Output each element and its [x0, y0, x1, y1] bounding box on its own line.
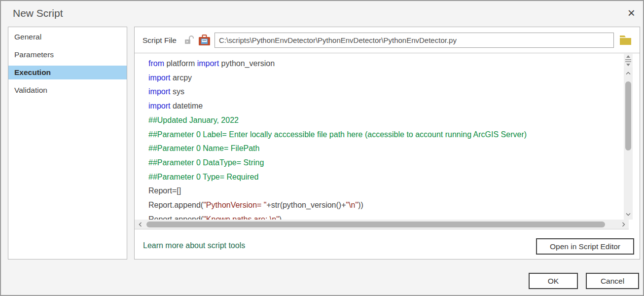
- code-line: ##Parameter 0 Label= Enter locally accce…: [148, 128, 624, 142]
- scroll-down-arrow[interactable]: [624, 209, 633, 220]
- code-line: import arcpy: [148, 71, 624, 85]
- script-file-row: Script File: [135, 27, 640, 53]
- code-line: Report.append("Known paths are: \n"): [148, 213, 624, 220]
- scroll-right-arrow[interactable]: [619, 220, 628, 229]
- sidebar-item-general[interactable]: General: [8, 30, 127, 44]
- code-line: ##Parameter 0 Name= FilePath: [148, 142, 624, 156]
- vertical-scroll-thumb[interactable]: [625, 81, 631, 150]
- code-editor[interactable]: from platform import python_versionimpor…: [135, 54, 624, 220]
- vertical-scrollbar: [624, 54, 633, 220]
- folder-browse-icon[interactable]: [619, 35, 632, 47]
- settings-nav: GeneralParametersExecutionValidation: [8, 27, 127, 259]
- open-in-script-editor-button[interactable]: Open in Script Editor: [536, 238, 634, 255]
- scroll-left-arrow[interactable]: [136, 220, 144, 229]
- code-line: import sys: [148, 85, 624, 99]
- splitter-handle[interactable]: [624, 54, 633, 68]
- cancel-button[interactable]: Cancel: [586, 273, 639, 289]
- learn-more-link[interactable]: Learn more about script tools: [143, 241, 245, 250]
- vertical-scroll-track[interactable]: [624, 78, 633, 209]
- code-line: ##Updated January, 2022: [148, 113, 624, 128]
- dialog-title: New Script: [13, 7, 63, 19]
- code-line: from platform import python_version: [148, 57, 624, 71]
- code-line: Report.append("PythonVersion= "+str(pyth…: [148, 198, 624, 213]
- ok-button[interactable]: OK: [529, 273, 578, 289]
- main-panel: Script File: [134, 27, 640, 259]
- code-line: import datetime: [148, 99, 624, 113]
- close-icon[interactable]: ×: [628, 6, 635, 20]
- sidebar-item-parameters[interactable]: Parameters: [8, 48, 127, 62]
- code-line: Report=[]: [148, 184, 624, 198]
- main-footer: Learn more about script tools Open in Sc…: [135, 230, 640, 259]
- sidebar-item-validation[interactable]: Validation: [8, 83, 127, 97]
- code-line: ##Parameter 0 Type= Required: [148, 170, 624, 185]
- script-path-input[interactable]: [215, 33, 614, 48]
- toolbox-icon[interactable]: [198, 34, 211, 48]
- horizontal-scroll-thumb[interactable]: [146, 222, 605, 227]
- horizontal-scrollbar: [135, 220, 629, 229]
- script-file-label: Script File: [143, 27, 177, 53]
- code-line: ##Parameter 0 DataType= String: [148, 156, 624, 170]
- sidebar-item-execution[interactable]: Execution: [8, 66, 127, 79]
- new-script-dialog: New Script × GeneralParametersExecutionV…: [0, 0, 644, 296]
- lock-open-icon[interactable]: [183, 35, 194, 47]
- scroll-up-arrow[interactable]: [624, 68, 633, 78]
